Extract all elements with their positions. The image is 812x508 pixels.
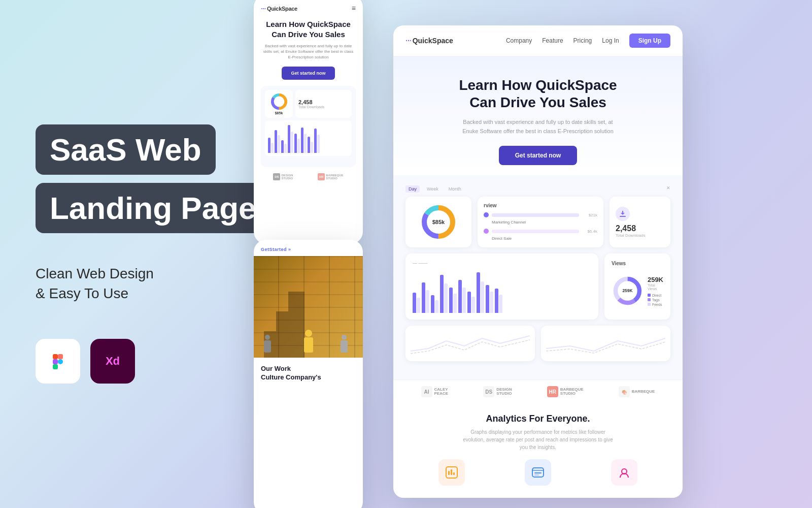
dashboard-tabs: Day Week Month ✕ — [405, 185, 670, 193]
svg-point-4 — [58, 359, 63, 364]
analytics-title: Analytics For Everyone. — [409, 414, 667, 424]
views-legend: Direct Tags Feeds — [648, 294, 663, 306]
downloads-num: 2,458 — [616, 224, 664, 233]
desktop-hero-sub: Backed with vast experience and fully up… — [457, 118, 619, 136]
legend-row-2: $6.4k — [484, 229, 597, 234]
partner-barbeque: HR BARBEQUESTUDIO — [547, 386, 584, 397]
hamburger-icon[interactable]: ≡ — [352, 4, 356, 12]
title-landing: Landing Page — [36, 183, 270, 233]
feature-icon-1 — [438, 459, 465, 486]
partner-caley: AI CALEYPEACE — [421, 386, 449, 397]
title-block: SaaS Web Landing Page — [36, 124, 279, 233]
donut-chart: $85k — [421, 204, 456, 240]
partner-icon-design: DS — [483, 386, 494, 397]
partner-icon-caley: AI — [421, 386, 432, 397]
views-label: Total Views — [648, 283, 663, 291]
bar-chart — [413, 270, 591, 313]
svg-rect-23 — [453, 472, 455, 475]
svg-rect-22 — [451, 469, 452, 475]
feature-icons-row — [409, 459, 667, 486]
partner-name-barbeque2: BARBEQUE — [632, 390, 655, 394]
mobile-logo: QuickSpace — [261, 5, 297, 12]
mobile-preview-2: GetStarted » Our Work Culture — [254, 240, 363, 508]
nav-company[interactable]: Company — [506, 37, 532, 44]
tab-month[interactable]: Month — [446, 185, 464, 193]
tab-day[interactable]: Day — [405, 185, 420, 193]
desktop-cta-button[interactable]: Get started now — [499, 146, 578, 165]
dash-row1: $85k rview $21k Marketing Channel $6.4k — [405, 197, 670, 247]
desktop-preview: QuickSpace Company Feature Pricing Log I… — [393, 25, 683, 498]
mobile2-image — [254, 256, 363, 358]
analytics-section: Analytics For Everyone. Graphs displayin… — [393, 403, 683, 496]
desktop-hero-title: Learn How QuickSpace Can Drive You Sales — [409, 77, 667, 111]
legend-row-1: $21k — [484, 212, 597, 217]
left-section: SaaS Web Landing Page Clean Web Design &… — [25, 0, 289, 508]
mobile2-text: Our Work Culture Company's — [254, 358, 363, 389]
analytics-sub: Graphs displaying your performance for m… — [462, 428, 614, 451]
dash-bar-card: — —— — [405, 253, 598, 320]
feature-icon-2 — [525, 459, 551, 486]
subtitle: Clean Web Design & Easy To Use — [36, 264, 279, 303]
dashboard-area: Day Week Month ✕ $85k rview — [393, 175, 683, 379]
partner-ds: DS DESIGNSTUDIO — [273, 173, 293, 180]
mobile2-header: GetStarted » — [254, 240, 363, 256]
svg-rect-26 — [534, 472, 542, 473]
partner-barbeque2: 🍖 BARBEQUE — [619, 386, 655, 397]
partner-design: DS DESIGNSTUDIO — [483, 386, 512, 397]
dash-line-card-2 — [541, 326, 670, 361]
partner-icon-barbeque2: 🍖 — [619, 386, 630, 397]
mobile2-title: Our Work Culture Company's — [261, 365, 356, 382]
partners-row: AI CALEYPEACE DS DESIGNSTUDIO HR BARBEQU… — [393, 379, 683, 403]
dash-donut-card: $85k — [405, 197, 471, 247]
overview-title: rview — [484, 203, 597, 208]
dash-overview-card: rview $21k Marketing Channel $6.4k Direc… — [478, 197, 603, 247]
mini-stats-card: 2,458 Total Downloads — [295, 90, 352, 118]
svg-text:259K: 259K — [622, 289, 632, 294]
svg-text:$85k: $85k — [432, 219, 445, 225]
figma-icon — [36, 339, 80, 384]
mobile-preview-left: QuickSpace ≡ Learn How QuickSpace Can Dr… — [254, 0, 363, 244]
svg-rect-3 — [53, 364, 58, 369]
bar-chart-label: — —— — [413, 261, 591, 266]
nav-login[interactable]: Log In — [602, 37, 619, 44]
svg-rect-1 — [58, 354, 63, 359]
views-donut: 259K — [612, 272, 644, 310]
dash-downloads-card: 2,458 Total Downloads — [610, 197, 670, 247]
feature-icon-3 — [611, 459, 637, 486]
partner-name-design: DESIGNSTUDIO — [496, 388, 512, 397]
legend-bar-purple — [492, 213, 579, 217]
legend-dot-purple — [484, 212, 489, 217]
dash-line-card-1 — [405, 326, 535, 361]
dash-row2: — —— Views — [405, 253, 670, 320]
nav-pricing[interactable]: Pricing — [573, 37, 592, 44]
desktop-hero: Learn How QuickSpace Can Drive You Sales… — [393, 56, 683, 175]
mobile-partners: DS DESIGNSTUDIO HR BARBEQUESTUDIO — [261, 171, 356, 182]
mini-bar-chart — [265, 120, 352, 156]
dash-views-card: Views 259K 259K Total Views Direct — [604, 253, 670, 320]
partner-hr: HR BARBEQUESTUDIO — [318, 173, 343, 180]
svg-rect-2 — [53, 359, 58, 364]
mobile-hero-title: Learn How QuickSpace Can Drive You Sales — [261, 19, 356, 39]
tab-week[interactable]: Week — [424, 185, 442, 193]
tool-icons: Xd — [36, 339, 279, 384]
legend-bar-lilac — [492, 230, 579, 233]
mobile-hero-sub: Backed with vast experience and fully up… — [261, 43, 356, 60]
xd-icon: Xd — [90, 339, 135, 384]
mobile-dashboard: $85k 2,458 Total Downloads — [261, 86, 356, 167]
nav-signup-button[interactable]: Sign Up — [629, 34, 670, 48]
nav-feature[interactable]: Feature — [542, 37, 563, 44]
svg-rect-27 — [534, 474, 539, 475]
downloads-icon — [616, 207, 630, 221]
partner-name-barbeque: BARBEQUESTUDIO — [560, 388, 584, 397]
desktop-logo: QuickSpace — [405, 37, 453, 45]
svg-rect-21 — [448, 471, 450, 475]
downloads-label: Total Downloads — [616, 233, 664, 238]
close-dashboard-icon[interactable]: ✕ — [666, 185, 670, 193]
views-num: 259K — [648, 276, 663, 283]
mini-donut-card: $85k — [265, 90, 293, 118]
views-donut-wrap: 259K 259K Total Views Direct Tags Feeds — [612, 269, 663, 312]
line-chart-2 — [546, 331, 665, 356]
dash-row3 — [405, 326, 670, 361]
partner-icon-barbeque: HR — [547, 386, 558, 397]
mobile-cta-button[interactable]: Get started now — [282, 67, 334, 80]
